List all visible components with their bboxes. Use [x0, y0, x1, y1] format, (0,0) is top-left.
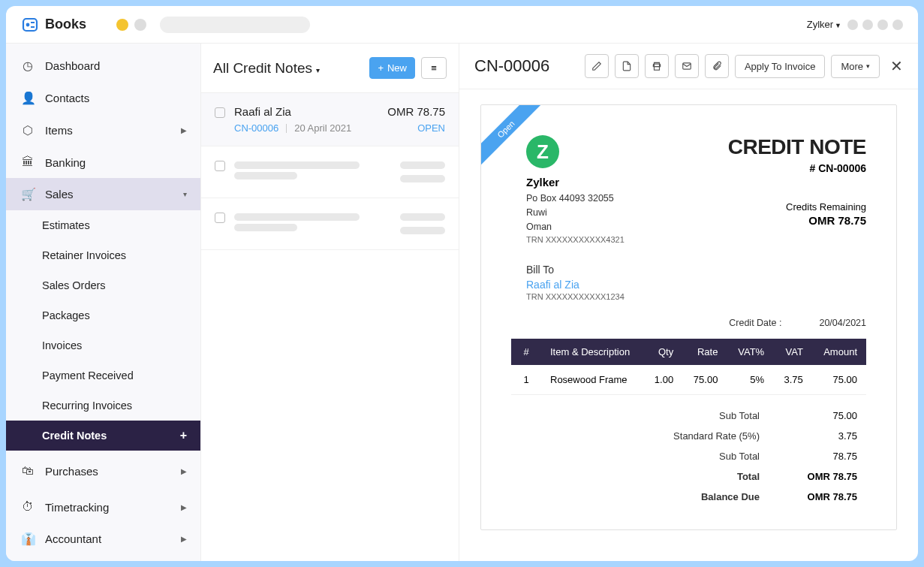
close-button[interactable]: ✕	[890, 57, 903, 75]
topbar-icons	[847, 20, 903, 30]
nav-sales[interactable]: 🛒Sales▾	[6, 178, 200, 210]
app-logo[interactable]: Books	[21, 16, 86, 34]
nav-invoices[interactable]: Invoices	[6, 330, 200, 360]
credit-note-number: CN-00006	[234, 122, 278, 134]
table-row: 1 Rosewood Frame 1.00 75.00 5% 3.75 75.0…	[511, 365, 866, 395]
credit-note-document: Open Z Zylker Po Box 44093 32055 Ruwi Om…	[480, 104, 897, 530]
paperclip-icon	[712, 61, 722, 71]
company-name: Zylker	[526, 176, 625, 188]
nav-timetracking[interactable]: ⏱Timetracking▶	[6, 491, 200, 523]
document-type: CREDIT NOTE	[728, 135, 866, 159]
nav-reports[interactable]: 📈Reports	[6, 555, 200, 561]
topbar: Books Zylker▼	[6, 6, 918, 44]
detail-title: CN-00006	[474, 56, 549, 76]
list-pane: All Credit Notes ▾ +New ≡ Raafi al ZiaOM…	[201, 44, 459, 561]
chevron-right-icon: ▶	[181, 467, 187, 475]
nav-retainer-invoices[interactable]: Retainer Invoices	[6, 240, 200, 270]
checkbox[interactable]	[215, 213, 225, 223]
books-icon	[21, 16, 39, 34]
apply-to-invoice-button[interactable]: Apply To Invoice	[735, 55, 825, 78]
more-button[interactable]: More ▾	[831, 55, 880, 78]
bill-to-trn: TRN XXXXXXXXXXX1234	[526, 292, 866, 301]
document-number: # CN-00006	[728, 162, 866, 174]
nav-accountant[interactable]: 👔Accountant▶	[6, 523, 200, 555]
edit-button[interactable]	[585, 54, 609, 78]
list-item-skeleton	[201, 146, 459, 198]
checkbox[interactable]	[215, 107, 225, 118]
nav-banking[interactable]: 🏛Banking	[6, 146, 200, 178]
credits-remaining-label: Credits Remaining	[786, 201, 866, 213]
credit-date-label: Credit Date :	[729, 318, 781, 328]
dashboard-icon: ◷	[21, 59, 35, 73]
nav-packages[interactable]: Packages	[6, 300, 200, 330]
credit-note-date: 20 April 2021	[294, 122, 351, 134]
pdf-button[interactable]	[615, 54, 639, 78]
contacts-icon: 👤	[21, 91, 35, 105]
org-switcher[interactable]: Zylker▼	[807, 19, 841, 30]
checkbox[interactable]	[215, 161, 225, 171]
detail-pane: CN-00006 Apply To Invoice More ▾ ✕ Open	[459, 44, 918, 561]
bill-to-name[interactable]: Raafi al Zia	[526, 279, 866, 291]
nav-estimates[interactable]: Estimates	[6, 210, 200, 240]
list-item[interactable]: Raafi al ZiaOMR 78.75 CN-00006 20 April …	[201, 93, 459, 146]
banking-icon: 🏛	[21, 155, 35, 169]
list-title[interactable]: All Credit Notes ▾	[213, 60, 320, 77]
search-pill[interactable]	[160, 17, 310, 33]
totals-section: Sub Total75.00 Standard Rate (5%)3.75 Su…	[511, 406, 866, 507]
time-icon: ⏱	[21, 500, 35, 514]
credit-date-value: 20/04/2021	[819, 318, 866, 328]
nav-sales-orders[interactable]: Sales Orders	[6, 270, 200, 300]
nav-recurring-invoices[interactable]: Recurring Invoices	[6, 391, 200, 421]
sales-icon: 🛒	[21, 187, 35, 201]
status-badge: OPEN	[417, 122, 445, 134]
pencil-icon	[591, 61, 602, 71]
svg-rect-0	[23, 19, 37, 31]
amount: OMR 78.75	[387, 105, 445, 118]
nav-credit-notes[interactable]: Credit Notes+	[6, 421, 200, 451]
file-icon	[622, 61, 632, 71]
mail-icon	[682, 61, 692, 71]
nav-payment-received[interactable]: Payment Received	[6, 360, 200, 391]
company-trn: TRN XXXXXXXXXXX4321	[526, 235, 625, 244]
items-icon: ⬡	[21, 123, 35, 137]
attach-button[interactable]	[705, 54, 729, 78]
line-items-table: # Item & Description Qty Rate VAT% VAT A…	[511, 339, 866, 395]
new-button[interactable]: +New	[369, 57, 415, 79]
chevron-right-icon: ▶	[181, 126, 187, 134]
company-address: Po Box 44093 32055 Ruwi Oman	[526, 192, 625, 234]
nav-contacts[interactable]: 👤Contacts	[6, 82, 200, 114]
chevron-right-icon: ▶	[181, 503, 187, 511]
printer-icon	[652, 61, 662, 71]
customer-name: Raafi al Zia	[234, 105, 291, 118]
nav-dashboard[interactable]: ◷Dashboard	[6, 50, 200, 82]
print-button[interactable]	[645, 54, 669, 78]
add-icon[interactable]: +	[180, 429, 187, 442]
window-dots	[116, 17, 310, 33]
svg-rect-2	[654, 67, 659, 71]
plus-icon: +	[378, 62, 384, 74]
purchases-icon: 🛍	[21, 464, 35, 478]
nav-purchases[interactable]: 🛍Purchases▶	[6, 455, 200, 487]
chevron-down-icon: ▾	[183, 190, 187, 198]
chevron-right-icon: ▶	[181, 535, 187, 543]
list-item-skeleton	[201, 198, 459, 250]
app-name: Books	[45, 17, 86, 32]
sidebar: ◷Dashboard 👤Contacts ⬡Items▶ 🏛Banking 🛒S…	[6, 44, 201, 561]
hamburger-icon: ≡	[431, 62, 437, 74]
credits-remaining-value: OMR 78.75	[728, 214, 866, 227]
accountant-icon: 👔	[21, 532, 35, 546]
svg-point-1	[27, 23, 29, 26]
menu-button[interactable]: ≡	[421, 57, 447, 79]
email-button[interactable]	[675, 54, 699, 78]
status-ribbon: Open	[481, 105, 549, 173]
nav-items[interactable]: ⬡Items▶	[6, 114, 200, 146]
bill-to-label: Bill To	[526, 264, 866, 276]
